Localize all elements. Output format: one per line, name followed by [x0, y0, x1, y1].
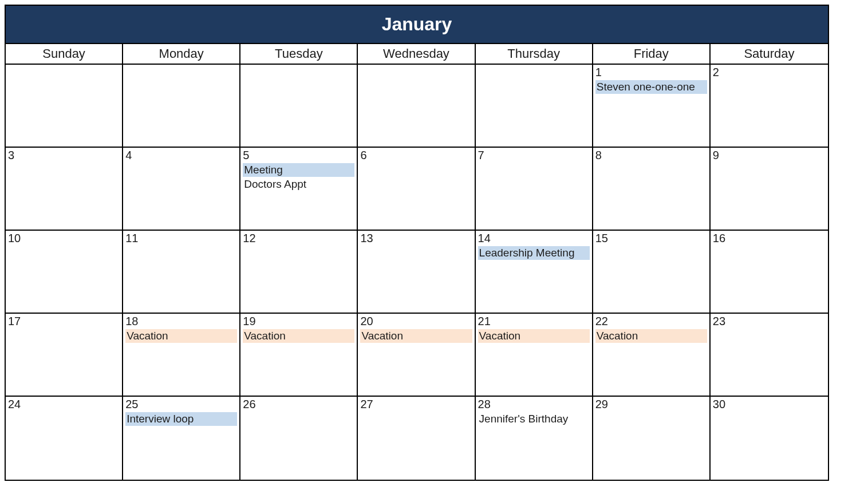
day-cell[interactable]: 8 — [593, 148, 711, 231]
weekday-monday: Monday — [123, 43, 240, 65]
day-cell[interactable]: 1Steven one-one-one — [593, 65, 711, 148]
day-cell[interactable]: 4 — [123, 148, 240, 231]
day-cell[interactable]: 21Vacation — [476, 314, 593, 397]
calendar-event[interactable]: Steven one-one-one — [595, 80, 707, 94]
calendar-event[interactable]: Leadership Meeting — [478, 246, 590, 260]
weekday-tuesday: Tuesday — [240, 43, 358, 65]
day-cell[interactable]: 3 — [6, 148, 123, 231]
day-number: 8 — [595, 149, 707, 162]
calendar-event[interactable]: Vacation — [478, 329, 590, 343]
calendar-week: 1011121314Leadership Meeting1516 — [6, 231, 828, 314]
day-cell[interactable]: 28Jennifer's Birthday — [476, 397, 593, 480]
day-number: 22 — [595, 315, 707, 328]
day-cell[interactable]: 11 — [123, 231, 240, 314]
calendar-grid: 1Steven one-one-one2345MeetingDoctors Ap… — [6, 65, 828, 480]
day-number: 28 — [478, 398, 590, 411]
day-cell[interactable]: 29 — [593, 397, 711, 480]
day-number: 16 — [713, 232, 826, 245]
calendar-event[interactable]: Vacation — [360, 329, 472, 343]
calendar-week: 1Steven one-one-one2 — [6, 65, 828, 148]
day-number: 2 — [713, 66, 826, 79]
day-number: 13 — [360, 232, 472, 245]
day-cell[interactable]: 14Leadership Meeting — [476, 231, 593, 314]
day-number: 30 — [713, 398, 826, 411]
day-cell[interactable]: 18Vacation — [123, 314, 240, 397]
calendar-event[interactable]: Interview loop — [125, 412, 237, 426]
day-cell[interactable] — [240, 65, 358, 148]
weekday-sunday: Sunday — [6, 43, 123, 65]
weekday-header-row: Sunday Monday Tuesday Wednesday Thursday… — [6, 43, 828, 65]
calendar-week: 2425Interview loop262728Jennifer's Birth… — [6, 397, 828, 480]
day-cell[interactable]: 24 — [6, 397, 123, 480]
calendar-week: 345MeetingDoctors Appt6789 — [6, 148, 828, 231]
day-number: 15 — [595, 232, 707, 245]
calendar-event[interactable]: Vacation — [125, 329, 237, 343]
day-cell[interactable]: 22Vacation — [593, 314, 711, 397]
day-cell[interactable]: 13 — [358, 231, 475, 314]
day-number: 7 — [478, 149, 590, 162]
day-number: 1 — [595, 66, 707, 79]
weekday-saturday: Saturday — [711, 43, 828, 65]
day-cell[interactable]: 27 — [358, 397, 475, 480]
day-number: 5 — [243, 149, 354, 162]
day-number: 6 — [360, 149, 472, 162]
day-number: 21 — [478, 315, 590, 328]
day-number: 11 — [125, 232, 237, 245]
day-cell[interactable]: 16 — [711, 231, 828, 314]
day-number: 18 — [125, 315, 237, 328]
day-cell[interactable]: 23 — [711, 314, 828, 397]
weekday-thursday: Thursday — [476, 43, 593, 65]
calendar: January Sunday Monday Tuesday Wednesday … — [5, 5, 829, 481]
weekday-wednesday: Wednesday — [358, 43, 475, 65]
day-number: 9 — [713, 149, 826, 162]
weekday-friday: Friday — [593, 43, 711, 65]
day-number: 12 — [243, 232, 354, 245]
day-number: 26 — [243, 398, 354, 411]
day-cell[interactable]: 5MeetingDoctors Appt — [240, 148, 358, 231]
day-number: 14 — [478, 232, 590, 245]
day-number: 3 — [8, 149, 120, 162]
day-cell[interactable]: 17 — [6, 314, 123, 397]
day-cell[interactable]: 30 — [711, 397, 828, 480]
day-number: 10 — [8, 232, 120, 245]
day-cell[interactable]: 15 — [593, 231, 711, 314]
calendar-event[interactable]: Vacation — [595, 329, 707, 343]
day-cell[interactable]: 25Interview loop — [123, 397, 240, 480]
day-cell[interactable]: 20Vacation — [358, 314, 475, 397]
day-cell[interactable]: 6 — [358, 148, 475, 231]
day-cell[interactable] — [123, 65, 240, 148]
month-title: January — [6, 6, 828, 43]
day-cell[interactable]: 7 — [476, 148, 593, 231]
day-cell[interactable] — [6, 65, 123, 148]
calendar-event[interactable]: Jennifer's Birthday — [478, 412, 590, 426]
calendar-event[interactable]: Vacation — [243, 329, 354, 343]
day-number: 4 — [125, 149, 237, 162]
day-cell[interactable]: 10 — [6, 231, 123, 314]
day-cell[interactable]: 9 — [711, 148, 828, 231]
day-number: 23 — [713, 315, 826, 328]
day-number: 29 — [595, 398, 707, 411]
day-number: 19 — [243, 315, 354, 328]
day-cell[interactable]: 12 — [240, 231, 358, 314]
calendar-week: 1718Vacation19Vacation20Vacation21Vacati… — [6, 314, 828, 397]
day-number: 25 — [125, 398, 237, 411]
calendar-event[interactable]: Doctors Appt — [243, 177, 354, 191]
day-number: 24 — [8, 398, 120, 411]
day-cell[interactable]: 19Vacation — [240, 314, 358, 397]
calendar-event[interactable]: Meeting — [243, 163, 354, 177]
day-cell[interactable] — [358, 65, 475, 148]
day-cell[interactable]: 26 — [240, 397, 358, 480]
day-number: 27 — [360, 398, 472, 411]
day-cell[interactable] — [476, 65, 593, 148]
day-number: 17 — [8, 315, 120, 328]
day-number: 20 — [360, 315, 472, 328]
day-cell[interactable]: 2 — [711, 65, 828, 148]
